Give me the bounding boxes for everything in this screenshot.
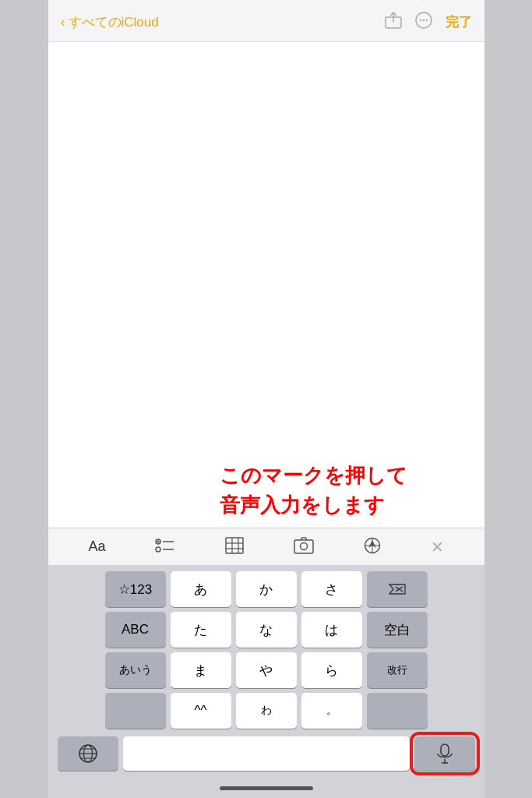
space-key[interactable] <box>123 736 410 771</box>
svg-point-8 <box>156 547 160 552</box>
keyboard-row-3: あいう ま や ら 改行 <box>51 652 481 688</box>
keyboard: ☆123 あ か さ <box>48 565 484 780</box>
home-indicator <box>220 786 313 790</box>
back-chevron-icon: ‹ <box>61 14 65 30</box>
svg-rect-10 <box>226 538 243 553</box>
keyboard-row-4: ^^ わ 。 <box>51 693 481 729</box>
share-icon[interactable] <box>385 12 402 33</box>
keyboard-row-2: ABC た な は 空白 <box>51 612 481 648</box>
key-na[interactable]: な <box>236 612 297 648</box>
format-text-button[interactable]: Aa <box>88 538 105 555</box>
nav-right: 完了 <box>385 11 472 34</box>
svg-point-3 <box>422 19 424 21</box>
svg-point-2 <box>419 19 421 21</box>
key-a[interactable]: あ <box>171 571 231 607</box>
key-ha[interactable]: は <box>301 612 362 648</box>
key-caret[interactable]: ^^ <box>171 693 231 729</box>
mic-wrapper <box>414 736 475 771</box>
back-label[interactable]: すべてのiCloud <box>69 13 159 31</box>
svg-point-16 <box>300 542 307 549</box>
key-ma[interactable]: ま <box>171 652 231 688</box>
key-wa[interactable]: わ <box>236 693 297 729</box>
key-abc[interactable]: ABC <box>105 612 166 648</box>
home-indicator-area <box>48 780 484 798</box>
keyboard-row-1: ☆123 あ か さ <box>51 571 481 607</box>
globe-button[interactable] <box>58 736 118 771</box>
done-button[interactable]: 完了 <box>446 13 472 31</box>
key-return[interactable]: 改行 <box>367 652 428 688</box>
note-editor[interactable] <box>48 42 484 528</box>
key-ra[interactable]: ら <box>301 652 362 688</box>
key-aiueo[interactable]: あいう <box>105 652 166 688</box>
key-ka[interactable]: か <box>236 571 297 607</box>
svg-point-6 <box>157 540 160 542</box>
keyboard-bottom-row <box>51 733 481 777</box>
key-aiueo2[interactable] <box>105 693 166 729</box>
more-icon[interactable] <box>414 11 433 34</box>
svg-rect-15 <box>294 540 313 553</box>
key-ta[interactable]: た <box>171 612 231 648</box>
key-punct[interactable]: 。 <box>301 693 362 729</box>
key-delete[interactable] <box>367 571 428 607</box>
keyboard-dismiss-icon[interactable]: ✕ <box>431 538 444 556</box>
nav-bar: ‹ すべてのiCloud <box>48 0 484 42</box>
table-icon[interactable] <box>225 537 244 557</box>
key-numeric[interactable]: ☆123 <box>105 571 166 607</box>
key-sa[interactable]: さ <box>301 571 362 607</box>
key-ya[interactable]: や <box>236 652 297 688</box>
nav-left: ‹ すべてのiCloud <box>61 13 159 31</box>
formatting-toolbar: Aa <box>48 528 484 565</box>
camera-icon[interactable] <box>294 537 314 557</box>
location-icon[interactable] <box>364 537 381 557</box>
checklist-icon[interactable] <box>155 537 175 557</box>
svg-point-4 <box>425 19 427 21</box>
mic-highlight-ring <box>410 732 480 775</box>
key-extra[interactable] <box>367 693 428 729</box>
key-space-kaku[interactable]: 空白 <box>367 612 428 648</box>
